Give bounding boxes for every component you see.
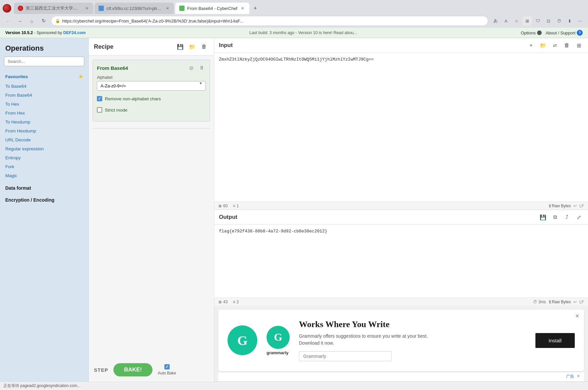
output-format-options: ⏱ 3ms 𝕿 Raw Bytes ↩ LF — [533, 300, 584, 304]
version-bar: Version 10.5.2 - Sponsored by DEF24.com … — [0, 28, 588, 38]
input-add-button[interactable]: + — [526, 41, 536, 50]
card-title: From Base64 — [97, 65, 128, 71]
sidebar-item-entropy[interactable]: Entropy — [0, 153, 88, 162]
output-lines-stat: ≡ 2 — [233, 299, 239, 304]
recipe-open-button[interactable]: 📁 — [188, 42, 197, 51]
auto-bake-checkbox[interactable]: ✓ — [164, 364, 170, 369]
options-button[interactable]: Options — [521, 30, 542, 35]
output-format-icon: 𝕿 — [549, 300, 551, 304]
home-button[interactable]: ⌂ — [27, 16, 36, 25]
more-button[interactable]: ⋯ — [575, 16, 585, 25]
output-format-button[interactable]: 𝕿 Raw Bytes — [549, 300, 571, 304]
back-button[interactable]: ← — [3, 16, 13, 25]
tab-3-title: From Base64 - CyberChef — [187, 6, 237, 11]
encoding-title: Encryption / Encoding — [0, 195, 88, 204]
new-tab-button[interactable]: + — [251, 4, 260, 13]
input-title: Input — [219, 42, 233, 49]
output-actions: 💾 ⧉ ⤴ ⤢ — [538, 213, 583, 222]
tab-1-close[interactable]: ✕ — [84, 6, 89, 11]
bake-button[interactable]: BAKE! — [113, 363, 152, 376]
lines-icon: ≡ — [233, 204, 235, 208]
tab-2[interactable]: ctf.v50to.cc:12306/?url=php://fil... ✕ — [95, 3, 174, 14]
output-lines-icon: ≡ — [233, 300, 235, 304]
status-text: 正在等待 pagead2.googlesyndication.com... — [3, 383, 80, 388]
step-button[interactable]: STEP — [94, 367, 108, 373]
forward-button[interactable]: → — [15, 16, 24, 25]
save-icon: 💾 — [177, 44, 184, 50]
input-open-button[interactable]: 📁 — [538, 41, 548, 50]
sidebar-item-to-base64[interactable]: To Base64 — [0, 82, 88, 91]
ad-input-wrapper — [299, 351, 526, 361]
url-bar[interactable]: 🔒 https://cyberchef.org/#recipe=From_Bas… — [51, 16, 488, 26]
sidebar-item-magic[interactable]: Magic — [0, 171, 88, 180]
remove-non-alphabet-checkbox[interactable]: ✓ — [97, 96, 102, 101]
tab-2-close[interactable]: ✕ — [165, 6, 170, 11]
input-format-button[interactable]: 𝕿 Raw Bytes — [549, 204, 571, 208]
strict-mode-label[interactable]: Strict mode — [105, 108, 127, 113]
sidebar-item-from-hexdump[interactable]: From Hexdump — [0, 126, 88, 135]
sidebar-item-url-decode[interactable]: URL Decode — [0, 135, 88, 144]
search-input[interactable] — [4, 57, 84, 66]
io-panels: Input + 📁 ⇄ 🗑 ⊞ — [214, 38, 588, 382]
output-chars: 43 — [223, 300, 228, 304]
output-copy-button[interactable]: ⧉ — [550, 213, 560, 222]
collections-button[interactable]: ⊡ — [544, 16, 553, 25]
alphabet-select[interactable]: A-Za-z0-9+/= A-Za-z0-9-_ Standard — [97, 81, 206, 91]
sidebar-item-from-base64[interactable]: From Base64 — [0, 91, 88, 100]
translate-alt-button[interactable]: A — [501, 16, 511, 25]
grammarly-input[interactable] — [299, 351, 392, 361]
input-clear-button[interactable]: 🗑 — [562, 41, 571, 50]
card-disable-button[interactable]: ⊘ — [187, 64, 195, 72]
sidebar-item-regex[interactable]: Regular expression — [0, 144, 88, 153]
encoding-section: Encryption / Encoding — [0, 193, 88, 205]
refresh-button[interactable]: ↻ — [39, 16, 48, 25]
sponsor-link[interactable]: DEF24.com — [63, 30, 86, 35]
sidebar-item-to-hexdump[interactable]: To Hexdump — [0, 118, 88, 126]
grammarly-letter: G — [237, 333, 247, 348]
download-button[interactable]: ⬇ — [565, 16, 574, 25]
strict-mode-checkbox[interactable] — [97, 107, 102, 113]
recipe-title: Recipe — [94, 43, 113, 50]
tab-3-favicon — [179, 6, 185, 11]
sidebar-label-regex: Regular expression — [5, 146, 44, 151]
output-to-input-button[interactable]: ⤴ — [562, 213, 571, 222]
sidebar-item-from-hex[interactable]: From Hex — [0, 109, 88, 118]
sidebar-item-favourites[interactable]: Favourites ★ — [0, 72, 88, 82]
input-replace-button[interactable]: ⇄ — [550, 41, 560, 50]
options-label: Options — [521, 30, 536, 35]
tab-3[interactable]: From Base64 - CyberChef ✕ — [175, 3, 249, 14]
about-button[interactable]: About / Support ? — [546, 30, 583, 36]
output-save-button[interactable]: 💾 — [538, 213, 548, 222]
remove-non-alphabet-row: ✓ Remove non-alphabet chars — [97, 95, 206, 103]
output-format: Raw Bytes — [552, 300, 571, 304]
recipe-save-button[interactable]: 💾 — [176, 42, 185, 51]
ad-description: Grammarly offers suggestions to ensure y… — [299, 333, 526, 347]
sidebar-item-to-hex[interactable]: To Hex — [0, 100, 88, 109]
history-button[interactable]: ⏱ — [554, 16, 564, 25]
main-content: Recipe 💾 📁 🗑 From Base64 — [89, 38, 588, 382]
auto-bake-section: ✓ Auto Bake — [158, 364, 176, 375]
translate-button[interactable]: あ — [491, 16, 500, 25]
browser-actions: あ A ☆ ⊞ 🛡 ⊡ ⏱ ⬇ ⋯ — [491, 16, 585, 25]
tab-1-favicon — [18, 6, 23, 11]
sidebar-item-fork[interactable]: Fork — [0, 162, 88, 171]
input-grid-button[interactable]: ⊞ — [574, 41, 583, 50]
output-maximize-button[interactable]: ⤢ — [574, 213, 583, 222]
input-lines: 1 — [236, 204, 239, 208]
timer-value: 3ms — [538, 300, 546, 304]
card-pause-button[interactable]: ⏸ — [198, 64, 206, 72]
shield-button[interactable]: 🛡 — [533, 16, 542, 25]
install-button[interactable]: Install — [535, 333, 575, 348]
tab-3-close[interactable]: ✕ — [240, 6, 245, 11]
extension-button[interactable]: ⊞ — [523, 16, 532, 25]
remove-non-alphabet-label[interactable]: Remove non-alphabet chars — [105, 96, 161, 101]
bookmark-button[interactable]: ☆ — [512, 16, 521, 25]
ad-close-text[interactable]: ✕ — [577, 374, 580, 379]
ad-close-button[interactable]: ✕ — [575, 313, 579, 319]
ad-bottom-bar: 广告 ✕ — [218, 372, 584, 381]
arrow-up-icon: ⤴ — [566, 214, 568, 220]
recipe-clear-button[interactable]: 🗑 — [199, 42, 209, 51]
input-lf-label: LF — [579, 204, 584, 208]
tab-1[interactable]: 第三届西北工业大学大学生网络... ✕ — [14, 3, 93, 14]
input-text[interactable]: ZmxhZ3tlNzkyZjQzOC04OGIwLTRhNzItOWQ5Mi1j… — [214, 53, 588, 202]
